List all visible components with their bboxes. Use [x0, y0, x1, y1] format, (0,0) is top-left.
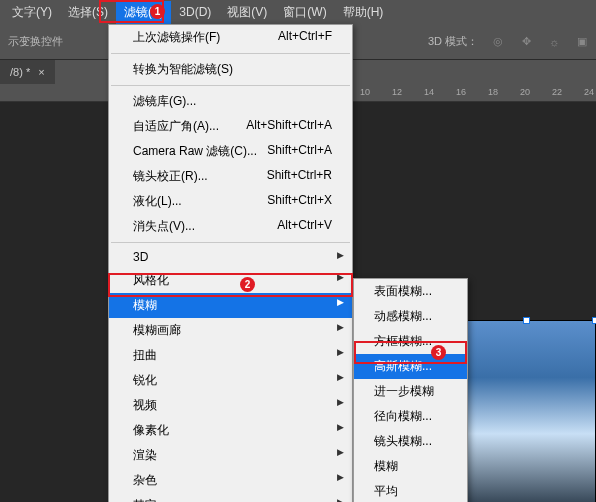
submenu-item[interactable]: 模糊 — [354, 454, 467, 479]
menu-item-label: 自适应广角(A)... — [133, 118, 219, 135]
menu-item-label: 模糊画廊 — [133, 322, 181, 339]
menu-item[interactable]: 像素化 — [109, 418, 352, 443]
menu-item[interactable]: 视频 — [109, 393, 352, 418]
light-icon[interactable]: ☼ — [544, 32, 564, 52]
doc-tab[interactable]: /8) * × — [0, 60, 55, 84]
menu-item-shortcut: Shift+Ctrl+A — [267, 143, 332, 160]
menu-item-shortcut: Shift+Ctrl+X — [267, 193, 332, 210]
submenu-item[interactable]: 表面模糊... — [354, 279, 467, 304]
menu-text[interactable]: 文字(Y) — [4, 1, 60, 24]
ruler-tick: 14 — [424, 87, 434, 97]
tab-title: /8) * — [10, 66, 30, 78]
menu-item[interactable]: 消失点(V)...Alt+Ctrl+V — [109, 214, 352, 239]
submenu-item[interactable]: 动感模糊... — [354, 304, 467, 329]
menu-help[interactable]: 帮助(H) — [335, 1, 392, 24]
close-icon[interactable]: × — [38, 66, 44, 78]
menu-3d[interactable]: 3D(D) — [171, 2, 219, 22]
menu-item[interactable]: 扭曲 — [109, 343, 352, 368]
menu-item[interactable]: 3D — [109, 246, 352, 268]
menu-item-label: 模糊 — [133, 297, 157, 314]
ruler-tick: 12 — [392, 87, 402, 97]
menu-item[interactable]: 其它 — [109, 493, 352, 502]
menu-item[interactable]: 模糊 — [109, 293, 352, 318]
ruler-tick: 16 — [456, 87, 466, 97]
ruler-tick: 10 — [360, 87, 370, 97]
menu-item-label: Camera Raw 滤镜(C)... — [133, 143, 257, 160]
menu-item-shortcut: Shift+Ctrl+R — [267, 168, 332, 185]
submenu-item[interactable]: 平均 — [354, 479, 467, 502]
menu-item[interactable]: 模糊画廊 — [109, 318, 352, 343]
menu-item[interactable]: 镜头校正(R)...Shift+Ctrl+R — [109, 164, 352, 189]
menu-item[interactable]: 锐化 — [109, 368, 352, 393]
blur-submenu: 表面模糊...动感模糊...方框模糊...高斯模糊...进一步模糊径向模糊...… — [353, 278, 468, 502]
canvas-image[interactable] — [456, 320, 596, 502]
menu-item-label: 转换为智能滤镜(S) — [133, 61, 233, 78]
menu-item-label: 渲染 — [133, 447, 157, 464]
transform-handle[interactable] — [523, 317, 530, 324]
mode-3d-label: 3D 模式： — [428, 34, 478, 49]
menu-item[interactable]: 转换为智能滤镜(S) — [109, 57, 352, 82]
menu-item-label: 风格化 — [133, 272, 169, 289]
annotation-marker-1: 1 — [150, 4, 165, 19]
menu-item[interactable]: 渲染 — [109, 443, 352, 468]
menu-item[interactable]: 滤镜库(G)... — [109, 89, 352, 114]
ruler-tick: 18 — [488, 87, 498, 97]
submenu-item[interactable]: 径向模糊... — [354, 404, 467, 429]
ruler-tick: 22 — [552, 87, 562, 97]
pan-icon[interactable]: ✥ — [516, 32, 536, 52]
menu-item-label: 视频 — [133, 397, 157, 414]
menu-window[interactable]: 窗口(W) — [275, 1, 334, 24]
menu-item[interactable]: 液化(L)...Shift+Ctrl+X — [109, 189, 352, 214]
menu-item-label: 消失点(V)... — [133, 218, 195, 235]
orbit-icon[interactable]: ◎ — [488, 32, 508, 52]
menubar: 文字(Y) 选择(S) 滤镜(T) 3D(D) 视图(V) 窗口(W) 帮助(H… — [0, 0, 596, 24]
annotation-marker-2: 2 — [240, 277, 255, 292]
menu-item-label: 像素化 — [133, 422, 169, 439]
menu-item-label: 其它 — [133, 497, 157, 502]
submenu-item[interactable]: 方框模糊... — [354, 329, 467, 354]
annotation-marker-3: 3 — [431, 345, 446, 360]
submenu-item[interactable]: 镜头模糊... — [354, 429, 467, 454]
menu-item-label: 镜头校正(R)... — [133, 168, 208, 185]
menu-item-shortcut: Alt+Shift+Ctrl+A — [246, 118, 332, 135]
menu-item-label: 上次滤镜操作(F) — [133, 29, 220, 46]
submenu-item[interactable]: 进一步模糊 — [354, 379, 467, 404]
menu-item-shortcut: Alt+Ctrl+F — [278, 29, 332, 46]
menu-item-label: 3D — [133, 250, 148, 264]
menu-item-label: 液化(L)... — [133, 193, 182, 210]
menu-item[interactable]: 自适应广角(A)...Alt+Shift+Ctrl+A — [109, 114, 352, 139]
menu-item[interactable]: 风格化 — [109, 268, 352, 293]
menu-item-label: 扭曲 — [133, 347, 157, 364]
menu-item-shortcut: Alt+Ctrl+V — [277, 218, 332, 235]
submenu-item[interactable]: 高斯模糊... — [354, 354, 467, 379]
menu-select[interactable]: 选择(S) — [60, 1, 116, 24]
transform-handle[interactable] — [592, 317, 596, 324]
menu-view[interactable]: 视图(V) — [219, 1, 275, 24]
menu-item-label: 锐化 — [133, 372, 157, 389]
ruler-tick: 24 — [584, 87, 594, 97]
menu-item[interactable]: 杂色 — [109, 468, 352, 493]
menu-item-label: 滤镜库(G)... — [133, 93, 196, 110]
ruler-tick: 20 — [520, 87, 530, 97]
menu-item[interactable]: 上次滤镜操作(F)Alt+Ctrl+F — [109, 25, 352, 50]
menu-item-label: 杂色 — [133, 472, 157, 489]
opt-label: 示变换控件 — [8, 34, 63, 49]
camera-icon[interactable]: ▣ — [572, 32, 592, 52]
filter-menu-dropdown: 上次滤镜操作(F)Alt+Ctrl+F转换为智能滤镜(S)滤镜库(G)...自适… — [108, 24, 353, 502]
menu-item[interactable]: Camera Raw 滤镜(C)...Shift+Ctrl+A — [109, 139, 352, 164]
